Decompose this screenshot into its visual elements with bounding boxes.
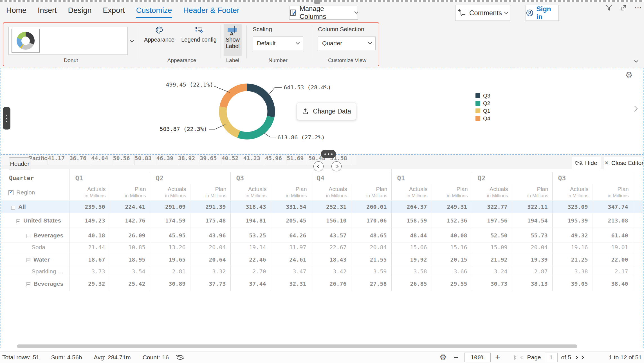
hide-label: Hide <box>585 160 597 166</box>
row-label: United States <box>23 217 61 224</box>
row-label: Beverages <box>33 232 63 239</box>
table-cell: 260.01 <box>351 201 391 213</box>
callout-q4: 499.45 (22.1%) <box>161 81 213 88</box>
show-label-button[interactable]: A Show Label <box>224 24 242 56</box>
prev-page-button[interactable] <box>521 356 524 359</box>
next-page-button[interactable] <box>575 356 577 359</box>
quarter-header-2021-Q2[interactable]: Q2 <box>150 172 230 184</box>
filter-icon[interactable] <box>605 4 612 12</box>
chart-legend: Q3 Q2 Q1 Q4 <box>475 92 490 122</box>
table-cell: 22.46 <box>230 252 271 267</box>
quarter-header-2021-Q1[interactable]: Q1 <box>69 172 150 184</box>
table-cell: 55.73 <box>512 228 552 242</box>
menu-header-footer[interactable]: Header & Footer <box>183 6 239 18</box>
region-header-cell[interactable]: Region <box>1 184 69 201</box>
row-label-cell[interactable]: Water <box>1 252 69 267</box>
table-row-beverages: Beverages40.1826.0945.9543.9653.2564.264… <box>1 228 643 242</box>
sign-in-button[interactable]: Sign in <box>526 5 559 21</box>
menu-design[interactable]: Design <box>68 6 92 18</box>
collapse-icon[interactable] <box>16 219 20 223</box>
first-page-button[interactable] <box>514 355 517 360</box>
menu-home[interactable]: Home <box>6 6 26 18</box>
count-value: 16 <box>162 354 169 361</box>
row-label-cell[interactable]: Soda <box>1 242 69 252</box>
manage-columns-button[interactable]: Manage Columns <box>289 6 358 20</box>
total-rows-label: Total rows: <box>2 354 30 361</box>
scroll-left-button[interactable] <box>313 161 324 171</box>
table-cell: 19.01 <box>593 242 633 252</box>
appearance-button[interactable]: Appearance <box>143 26 176 43</box>
measure-header: Actualsin Millions <box>472 184 512 201</box>
table-row-soda: Soda21.4410.8513.2620.0419.3431.9722.672… <box>1 242 643 252</box>
zoom-in-button[interactable]: + <box>495 352 501 362</box>
row-label-cell[interactable]: Sparkling … <box>1 267 69 276</box>
table-cell: 3.32 <box>190 267 230 276</box>
row-label-cell[interactable]: Beverages <box>1 276 69 291</box>
group-label-appearance: Appearance <box>148 57 216 63</box>
canvas-drag-handle[interactable] <box>314 0 320 4</box>
appearance-label: Appearance <box>144 37 174 43</box>
column-selection-value: Quarter <box>322 40 342 47</box>
legend-config-button[interactable]: Legend config <box>178 26 219 43</box>
table-cell: 30.89 <box>150 276 190 291</box>
sum-value: 4.56b <box>67 354 82 361</box>
table-cell: 322.77 <box>472 201 512 213</box>
legend-item-q3[interactable]: Q3 <box>475 92 490 99</box>
measure-name: Actuals <box>392 186 428 192</box>
chart-type-chevron-icon[interactable] <box>130 38 134 42</box>
legend-swatch-q2 <box>475 101 480 106</box>
legend-item-q1[interactable]: Q1 <box>475 107 490 115</box>
table-cell: 291.09 <box>150 201 190 213</box>
measure-name: Plan <box>512 186 548 192</box>
table-cell: 3.42 <box>311 267 351 276</box>
scroll-right-button[interactable] <box>331 161 342 171</box>
menu-insert[interactable]: Insert <box>38 6 57 18</box>
menu-export[interactable]: Export <box>103 6 125 18</box>
row-label-cell[interactable]: All <box>1 201 69 213</box>
collapse-icon[interactable] <box>11 206 15 210</box>
eye-off-icon[interactable] <box>177 355 183 360</box>
page-number-input[interactable]: 1 <box>545 353 558 362</box>
quarter-header-2022-Q3[interactable]: Q3 <box>552 172 633 184</box>
zoom-out-button[interactable]: − <box>454 353 459 362</box>
header-tab[interactable]: Header <box>9 157 30 170</box>
last-page-button[interactable] <box>581 355 585 360</box>
table-cell: 45.96 <box>265 155 286 165</box>
collapse-icon[interactable] <box>26 282 30 286</box>
open-in-new-icon[interactable] <box>620 4 627 12</box>
measure-header: Planin Millions <box>593 184 633 201</box>
table-cell: 331.54 <box>271 201 311 213</box>
quarter-header-2021-Q4[interactable]: Q4 <box>311 172 391 184</box>
palette-icon <box>155 26 163 34</box>
comments-button[interactable]: Comments <box>455 5 510 21</box>
table-cell: 13.26 <box>150 242 190 252</box>
row-label: Water <box>33 256 50 263</box>
row-label-cell[interactable]: United States <box>1 213 69 228</box>
measure-header-row: RegionActualsin MillionsPlanin MillionsA… <box>1 184 643 201</box>
column-selection-select[interactable]: Quarter <box>318 37 376 50</box>
quarter-header-2022-Q2[interactable]: Q2 <box>472 172 552 184</box>
horizontal-scrollbar[interactable] <box>17 344 577 348</box>
row-label-cell[interactable]: Beverages <box>1 228 69 242</box>
menu-customize[interactable]: Customize <box>136 6 172 18</box>
quarter-header-2021-Q3[interactable]: Q3 <box>230 172 311 184</box>
widget-more-handle[interactable] <box>321 150 336 158</box>
more-icon[interactable]: ⋯ <box>634 3 642 12</box>
collapse-icon[interactable] <box>26 234 30 238</box>
legend-item-q4[interactable]: Q4 <box>475 115 490 122</box>
widget-drag-handle[interactable] <box>3 107 10 130</box>
quarter-header-2022-Q1[interactable]: Q1 <box>391 172 472 184</box>
scaling-select[interactable]: Default <box>253 37 303 50</box>
change-data-button[interactable]: Change Data <box>297 103 356 120</box>
chart-settings-gear-icon[interactable]: ⚙ <box>625 70 633 80</box>
hide-button[interactable]: Hide <box>572 157 601 169</box>
quarter-header-partial <box>633 172 643 184</box>
close-editor-button[interactable]: × Close Editor <box>604 157 643 169</box>
settings-gear-icon[interactable]: ⚙ <box>439 353 446 362</box>
chart-type-selector[interactable] <box>8 27 128 55</box>
chart-next-chevron[interactable] <box>632 106 637 112</box>
legend-item-q2[interactable]: Q2 <box>475 99 490 107</box>
zoom-level-input[interactable]: 100% <box>464 353 491 362</box>
collapse-icon[interactable] <box>26 258 30 262</box>
table-cell: 20.04 <box>190 242 230 252</box>
